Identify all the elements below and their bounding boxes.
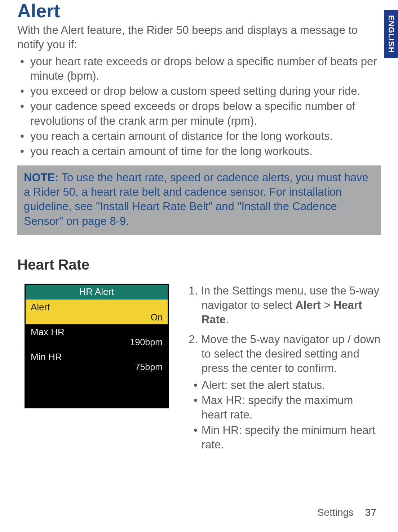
page-footer: Settings 37 [317, 507, 376, 518]
row-label: Alert [31, 302, 163, 313]
sub-bullet: Alert: set the alert status. [202, 378, 381, 393]
screen-row-alert: Alert On [26, 300, 168, 324]
bullet-item: you reach a certain amount of distance f… [30, 129, 381, 143]
instruction-steps: 1. In the Settings menu, use the 5-way n… [189, 284, 381, 457]
step-text: 2. Move the 5-way navigator up / down to… [189, 332, 381, 376]
screen-row-minhr: Min HR 75bpm [26, 349, 168, 374]
row-value: 75bpm [31, 362, 163, 372]
row-value: On [31, 312, 163, 323]
sub-bullet: Min HR: specify the minimum heart rate. [202, 423, 381, 452]
bullet-item: you reach a certain amount of time for t… [30, 144, 381, 159]
intro-text: With the Alert feature, the Rider 50 bee… [17, 23, 381, 52]
language-tab: ENGLISH [384, 10, 398, 58]
row-value: 190bpm [31, 337, 163, 347]
step-2: 2. Move the 5-way navigator up / down to… [189, 332, 381, 452]
step-text: > [321, 299, 333, 311]
bullet-item: you exceed or drop below a custom speed … [30, 84, 381, 98]
note-text: To use the heart rate, speed or cadence … [24, 171, 368, 227]
page-number: 37 [365, 507, 376, 518]
footer-section: Settings [317, 507, 354, 518]
step-text: . [226, 313, 229, 326]
row-label: Min HR [31, 351, 163, 363]
menu-path-alert: Alert [295, 299, 321, 311]
screen-title: HR Alert [26, 285, 168, 300]
bullet-item: your heart rate exceeds or drops below a… [30, 54, 381, 84]
sub-bullet-list: Alert: set the alert status. Max HR: spe… [189, 378, 381, 452]
step-1: 1. In the Settings menu, use the 5-way n… [189, 284, 381, 327]
bullet-item: your cadence speed exceeds or drops belo… [30, 99, 381, 128]
feature-bullet-list: your heart rate exceeds or drops below a… [17, 54, 381, 159]
page-title: Alert [17, 0, 381, 22]
screen-row-maxhr: Max HR 190bpm [26, 324, 168, 349]
section-heading: Heart Rate [17, 257, 381, 273]
sub-bullet: Max HR: specify the maximum heart rate. [202, 393, 381, 422]
row-label: Max HR [31, 327, 163, 338]
device-screenshot: HR Alert Alert On Max HR 190bpm Min HR 7… [25, 284, 169, 408]
note-label: NOTE: [24, 171, 58, 184]
note-box: NOTE: To use the heart rate, speed or ca… [17, 165, 381, 235]
